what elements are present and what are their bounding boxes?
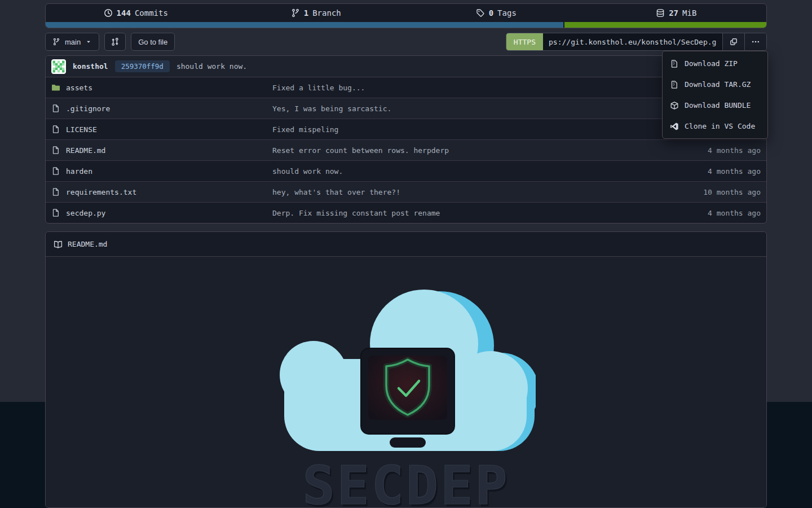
copy-url-button[interactable] bbox=[722, 33, 744, 50]
secdep-logo-image: SECDEP SECDEP bbox=[276, 277, 536, 508]
file-commit-date: 4 months ago bbox=[631, 167, 761, 176]
file-commit-message[interactable]: hey, what's that over there?! bbox=[272, 188, 631, 196]
file-name-label: .gitignore bbox=[66, 104, 110, 113]
tag-icon bbox=[476, 8, 485, 17]
file-icon bbox=[51, 104, 60, 113]
branch-name: main bbox=[65, 38, 81, 46]
file-icon bbox=[51, 125, 60, 134]
stat-label: Branch bbox=[312, 8, 341, 17]
readme-content: SECDEP SECDEP bbox=[46, 257, 766, 508]
stat-branch[interactable]: 1Branch bbox=[226, 8, 407, 17]
menu-item-label: Download BUNDLE bbox=[685, 101, 751, 110]
file-icon bbox=[51, 146, 60, 155]
file-commit-message[interactable]: Reset error count between rows. herpderp bbox=[272, 146, 631, 155]
compare-button[interactable] bbox=[104, 33, 126, 51]
readme-title: README.md bbox=[68, 240, 107, 248]
zip-icon bbox=[670, 80, 679, 89]
repo-stats-box: 144Commits1Branch0Tags27MiB bbox=[45, 3, 767, 28]
language-stats-bar[interactable] bbox=[46, 22, 766, 28]
stat-commits[interactable]: 144Commits bbox=[46, 8, 226, 17]
branch-icon bbox=[52, 38, 60, 46]
clone-url-group: HTTPS bbox=[506, 33, 767, 51]
file-commit-message[interactable]: Yes, I was being sarcastic. bbox=[272, 104, 631, 113]
file-name-label: harden bbox=[66, 167, 92, 176]
menu-item-download-zip[interactable]: Download ZIP bbox=[663, 53, 767, 74]
file-link[interactable]: requirements.txt bbox=[51, 187, 272, 196]
file-name-label: README.md bbox=[66, 146, 105, 155]
more-actions-button[interactable] bbox=[744, 33, 766, 50]
folder-icon bbox=[51, 83, 60, 92]
file-row-assets: assetsFixed a little bug... bbox=[46, 77, 766, 98]
git-compare-icon bbox=[111, 37, 120, 46]
file-commit-message[interactable]: Derp. Fix missing constant post rename bbox=[272, 209, 631, 217]
monitor-graphic bbox=[361, 348, 454, 448]
zip-icon bbox=[670, 59, 679, 68]
file-commit-message[interactable]: should work now. bbox=[272, 167, 631, 176]
https-protocol-button[interactable]: HTTPS bbox=[506, 33, 543, 50]
file-commit-date: 4 months ago bbox=[631, 209, 761, 217]
menu-item-label: Download ZIP bbox=[685, 59, 738, 68]
language-segment-1[interactable] bbox=[46, 22, 563, 28]
readme-header: README.md bbox=[46, 232, 766, 257]
commit-message[interactable]: should work now. bbox=[176, 62, 247, 71]
commit-hash-badge[interactable]: 259370ff9d bbox=[115, 60, 170, 72]
stat-tags[interactable]: 0Tags bbox=[406, 8, 586, 17]
stat-count: 144 bbox=[117, 8, 131, 17]
stat-count: 27 bbox=[669, 8, 678, 17]
menu-item-label: Clone in VS Code bbox=[685, 122, 755, 130]
branch-icon bbox=[291, 8, 300, 17]
file-icon bbox=[51, 167, 60, 176]
file-commit-message[interactable]: Fixed mispeling bbox=[272, 125, 631, 134]
stat-mib[interactable]: 27MiB bbox=[586, 8, 767, 17]
file-link[interactable]: LICENSE bbox=[51, 125, 272, 134]
file-rows: assetsFixed a little bug....gitignoreYes… bbox=[46, 77, 766, 223]
file-row--gitignore: .gitignoreYes, I was being sarcastic. bbox=[46, 98, 766, 119]
stat-label: Commits bbox=[135, 8, 168, 17]
clone-url-input[interactable] bbox=[543, 33, 722, 50]
go-to-file-label: Go to file bbox=[138, 38, 167, 46]
stat-count: 1 bbox=[304, 8, 308, 17]
repo-page: 144Commits1Branch0Tags27MiB main Go to f… bbox=[45, 0, 767, 508]
file-row-readme-md: README.mdReset error count between rows.… bbox=[46, 139, 766, 160]
repo-stats-row: 144Commits1Branch0Tags27MiB bbox=[46, 4, 766, 22]
file-list-box: konsthol 259370ff9d should work now. ass… bbox=[45, 55, 767, 224]
avatar[interactable] bbox=[51, 59, 66, 74]
logo-wordmark: SECDEP bbox=[302, 454, 509, 508]
file-link[interactable]: secdep.py bbox=[51, 208, 272, 217]
stat-count: 0 bbox=[489, 8, 493, 17]
branch-selector[interactable]: main bbox=[45, 33, 99, 51]
readme-box: README.md bbox=[45, 231, 767, 508]
stat-label: Tags bbox=[497, 8, 517, 17]
language-segment-2[interactable] bbox=[564, 22, 766, 28]
file-commit-date: 10 months ago bbox=[631, 188, 761, 196]
file-row-license: LICENSEFixed mispeling bbox=[46, 119, 766, 139]
commit-author[interactable]: konsthol bbox=[73, 62, 108, 71]
file-row-secdep-py: secdep.pyDerp. Fix missing constant post… bbox=[46, 202, 766, 223]
vscode-icon bbox=[670, 122, 679, 131]
file-row-harden: hardenshould work now.4 months ago bbox=[46, 160, 766, 181]
copy-icon bbox=[729, 37, 738, 46]
file-link[interactable]: .gitignore bbox=[51, 104, 272, 113]
file-commit-message[interactable]: Fixed a little bug... bbox=[272, 84, 631, 92]
file-name-label: secdep.py bbox=[66, 209, 105, 217]
package-icon bbox=[670, 101, 679, 110]
db-icon bbox=[656, 8, 665, 17]
file-link[interactable]: assets bbox=[51, 83, 272, 92]
file-row-requirements-txt: requirements.txthey, what's that over th… bbox=[46, 181, 766, 202]
file-link[interactable]: README.md bbox=[51, 146, 272, 155]
chevron-down-icon bbox=[85, 38, 92, 45]
menu-item-label: Download TAR.GZ bbox=[685, 80, 751, 89]
go-to-file-button[interactable]: Go to file bbox=[131, 33, 175, 51]
file-commit-date: 4 months ago bbox=[631, 146, 761, 155]
stat-label: MiB bbox=[682, 8, 696, 17]
menu-item-download-tar-gz[interactable]: Download TAR.GZ bbox=[663, 74, 767, 95]
file-link[interactable]: harden bbox=[51, 167, 272, 176]
menu-item-download-bundle[interactable]: Download BUNDLE bbox=[663, 95, 767, 116]
repo-toolbar: main Go to file HTTPS bbox=[45, 33, 767, 51]
file-name-label: LICENSE bbox=[66, 125, 97, 134]
history-icon bbox=[104, 8, 113, 17]
file-icon bbox=[51, 187, 60, 196]
book-icon bbox=[54, 240, 63, 249]
https-label: HTTPS bbox=[514, 38, 536, 46]
menu-item-clone-in-vs-code[interactable]: Clone in VS Code bbox=[663, 116, 767, 137]
